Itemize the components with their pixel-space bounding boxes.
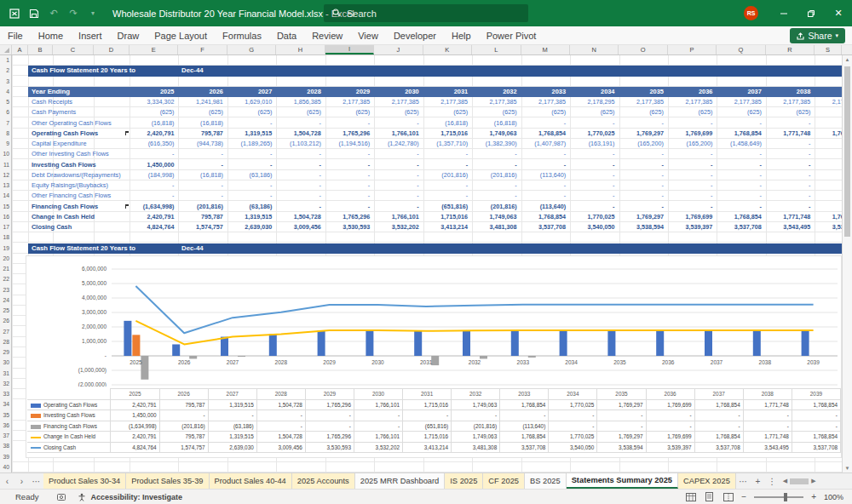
zoom-slider[interactable] bbox=[754, 496, 803, 498]
row-header-23[interactable]: 23 bbox=[3, 285, 9, 295]
cell[interactable]: - bbox=[178, 180, 227, 191]
cell[interactable]: - bbox=[276, 118, 325, 129]
year-header-cell[interactable]: 2038 bbox=[766, 87, 815, 97]
row-header-19[interactable]: 19 bbox=[3, 243, 9, 254]
cell[interactable]: 1,765,296 bbox=[325, 129, 374, 139]
row-header-28[interactable]: 28 bbox=[3, 337, 9, 347]
cell[interactable]: 795,787 bbox=[178, 212, 227, 222]
column-header-Q[interactable]: Q bbox=[717, 45, 765, 54]
row-header-11[interactable]: 11 bbox=[3, 160, 9, 170]
ribbon-tab-data[interactable]: Data bbox=[269, 26, 304, 45]
cell[interactable]: - bbox=[766, 149, 815, 159]
sheet-tab-product-sales-35-39[interactable]: Product Sales 35-39 bbox=[126, 473, 209, 489]
cell[interactable]: 3,413,214 bbox=[423, 222, 472, 232]
cell[interactable]: - bbox=[374, 149, 423, 159]
column-header-O[interactable]: O bbox=[619, 45, 667, 54]
cell[interactable]: - bbox=[521, 160, 570, 170]
row-label[interactable]: Change In Cash Held bbox=[32, 212, 95, 222]
cell[interactable]: 2,177,385 bbox=[717, 97, 765, 107]
year-header-cell[interactable]: 2034 bbox=[570, 87, 619, 97]
cell[interactable]: - bbox=[130, 180, 178, 191]
cell[interactable]: - bbox=[815, 191, 842, 201]
row-header-15[interactable]: 15 bbox=[3, 202, 9, 212]
cell[interactable]: (16,818) bbox=[130, 118, 178, 129]
macro-record-icon[interactable] bbox=[57, 493, 66, 501]
cell[interactable]: - bbox=[178, 160, 227, 170]
row-label[interactable]: Closing Cash bbox=[32, 222, 72, 232]
cell[interactable]: - bbox=[374, 202, 423, 212]
cell[interactable]: - bbox=[423, 191, 472, 201]
cell[interactable]: 3,543,495 bbox=[766, 222, 815, 232]
year-header-cell[interactable]: 2035 bbox=[619, 87, 668, 97]
cell[interactable]: - bbox=[717, 202, 765, 212]
ribbon-tab-page-layout[interactable]: Page Layout bbox=[147, 26, 215, 45]
cell[interactable]: - bbox=[815, 160, 842, 170]
scroll-down-icon[interactable]: ▼ bbox=[843, 466, 852, 471]
cell[interactable]: (944,738) bbox=[178, 139, 227, 149]
row-header-25[interactable]: 25 bbox=[3, 306, 9, 316]
row-label[interactable]: Other Investing Cash Flows bbox=[32, 149, 109, 159]
minimize-button[interactable] bbox=[770, 0, 797, 26]
cell[interactable]: (16,818) bbox=[178, 170, 227, 180]
cell[interactable]: - bbox=[815, 118, 842, 129]
zoom-out-icon[interactable]: − bbox=[741, 492, 746, 501]
cell[interactable]: - bbox=[619, 170, 668, 180]
cell[interactable]: - bbox=[227, 191, 276, 201]
cell[interactable]: - bbox=[472, 160, 521, 170]
column-header-N[interactable]: N bbox=[570, 45, 619, 54]
cell[interactable]: - bbox=[717, 170, 765, 180]
cell[interactable]: (63,186) bbox=[227, 202, 276, 212]
cell[interactable]: - bbox=[766, 191, 815, 201]
search-box[interactable]: Search bbox=[324, 4, 528, 22]
year-header-cell[interactable]: 2029 bbox=[325, 87, 374, 97]
row-label[interactable]: Debt Drawdowns/(Repayments) bbox=[32, 170, 121, 180]
vertical-scrollbar[interactable]: ▲ ▼ bbox=[842, 55, 852, 472]
row-header-2[interactable]: 2 bbox=[6, 66, 9, 76]
row-header-9[interactable]: 9 bbox=[6, 139, 9, 149]
cell[interactable]: - bbox=[570, 149, 619, 159]
share-button[interactable]: Share ▾ bbox=[790, 28, 845, 43]
sheet-tab-2025-accounts[interactable]: 2025 Accounts bbox=[292, 473, 355, 489]
accessibility-status[interactable]: Accessibility: Investigate bbox=[90, 493, 182, 501]
row-header-29[interactable]: 29 bbox=[3, 347, 9, 358]
row-header-24[interactable]: 24 bbox=[3, 295, 9, 306]
cell[interactable]: (63,186) bbox=[227, 170, 276, 180]
cashflow-chart[interactable]: 6,000,0005,000,0004,000,0003,000,0002,00… bbox=[26, 255, 842, 458]
cell[interactable]: - bbox=[374, 160, 423, 170]
select-all-corner[interactable] bbox=[0, 45, 12, 54]
cell[interactable]: - bbox=[570, 170, 619, 180]
row-header-30[interactable]: 30 bbox=[3, 358, 9, 368]
horizontal-scrollbar[interactable]: ◀▶ bbox=[783, 473, 816, 489]
cell[interactable]: - bbox=[668, 191, 717, 201]
year-header-cell[interactable]: 2039 bbox=[815, 87, 842, 97]
row-header-33[interactable]: 33 bbox=[3, 389, 9, 399]
cell[interactable]: 2,177,385 bbox=[668, 97, 717, 107]
row-label[interactable]: Other Operating Cash Flows bbox=[32, 118, 112, 129]
cell[interactable]: 1,749,063 bbox=[472, 212, 521, 222]
cell[interactable]: (625) bbox=[276, 107, 325, 117]
row-label[interactable]: Other Financing Cash Flows bbox=[32, 191, 111, 201]
zoom-slider-thumb[interactable] bbox=[784, 493, 787, 501]
cell[interactable]: (16,818) bbox=[178, 118, 227, 129]
cell[interactable]: 1,770,025 bbox=[570, 212, 619, 222]
cell[interactable]: - bbox=[766, 118, 815, 129]
cell[interactable]: (165,200) bbox=[619, 139, 668, 149]
hscroll-left-icon[interactable]: ◀ bbox=[783, 478, 787, 484]
cell[interactable]: - bbox=[619, 191, 668, 201]
cell[interactable]: 1,768,854 bbox=[815, 212, 842, 222]
cell[interactable]: (1,382,390) bbox=[472, 139, 521, 149]
cell[interactable]: - bbox=[325, 118, 374, 129]
cell[interactable]: - bbox=[130, 191, 178, 201]
chart-banner[interactable]: Cash Flow Statement 20 Years to Dec-44 bbox=[28, 243, 842, 254]
zoom-in-icon[interactable]: + bbox=[811, 492, 816, 501]
row-header-13[interactable]: 13 bbox=[3, 180, 9, 191]
legend-item[interactable]: Financing Cash Flows bbox=[27, 421, 111, 432]
cell[interactable]: 4,824,764 bbox=[130, 222, 178, 232]
cell[interactable]: - bbox=[815, 180, 842, 191]
cell[interactable]: - bbox=[423, 180, 472, 191]
tab-scroll-right-icon[interactable]: › bbox=[14, 473, 29, 489]
cell[interactable]: - bbox=[276, 160, 325, 170]
page-break-view-icon[interactable] bbox=[722, 492, 734, 501]
normal-view-icon[interactable] bbox=[685, 492, 696, 501]
sheet-tab-bs-2025[interactable]: BS 2025 bbox=[525, 473, 567, 489]
